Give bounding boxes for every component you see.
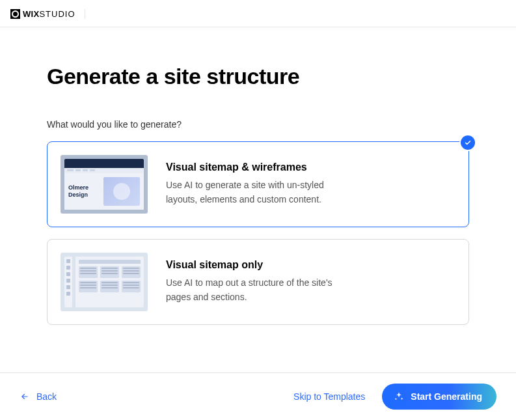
- sparkle-icon: [394, 391, 404, 402]
- illus-label-2: Design: [68, 192, 98, 198]
- arrow-left-icon: [20, 392, 30, 401]
- illus-label-1: Olmere: [68, 185, 98, 191]
- footer-actions: Skip to Templates Start Generating: [293, 384, 496, 410]
- sitemap-illustration-icon: [61, 253, 148, 311]
- option-card-sitemap-only[interactable]: Visual sitemap only Use AI to map out a …: [47, 239, 469, 325]
- option-title: Visual sitemap only: [166, 259, 335, 271]
- option-title: Visual sitemap & wireframes: [166, 161, 335, 173]
- option-text: Visual sitemap only Use AI to map out a …: [166, 259, 335, 304]
- footer-bar: Back Skip to Templates Start Generating: [0, 372, 516, 420]
- start-generating-button[interactable]: Start Generating: [382, 384, 496, 410]
- skip-to-templates-link[interactable]: Skip to Templates: [293, 391, 365, 402]
- option-description: Use AI to generate a site with un-styled…: [166, 178, 335, 206]
- prompt-text: What would you like to generate?: [47, 119, 469, 130]
- selected-check-icon: [461, 135, 475, 150]
- option-text: Visual sitemap & wireframes Use AI to ge…: [166, 161, 335, 206]
- main-content: Generate a site structure What would you…: [0, 27, 516, 325]
- wireframe-illustration-icon: Olmere Design: [61, 155, 148, 214]
- page-title: Generate a site structure: [47, 64, 469, 89]
- option-card-sitemap-wireframes[interactable]: Olmere Design Visual sitemap & wireframe…: [47, 141, 469, 227]
- app-header: WIXSTUDIO: [0, 0, 516, 27]
- brand-text: WIXSTUDIO: [23, 9, 75, 19]
- start-label: Start Generating: [411, 391, 482, 402]
- brand-logo: WIXSTUDIO: [10, 9, 85, 19]
- wix-logo-icon: [10, 9, 20, 19]
- back-button[interactable]: Back: [20, 391, 57, 402]
- option-description: Use AI to map out a structure of the sit…: [166, 276, 335, 304]
- back-label: Back: [36, 391, 57, 402]
